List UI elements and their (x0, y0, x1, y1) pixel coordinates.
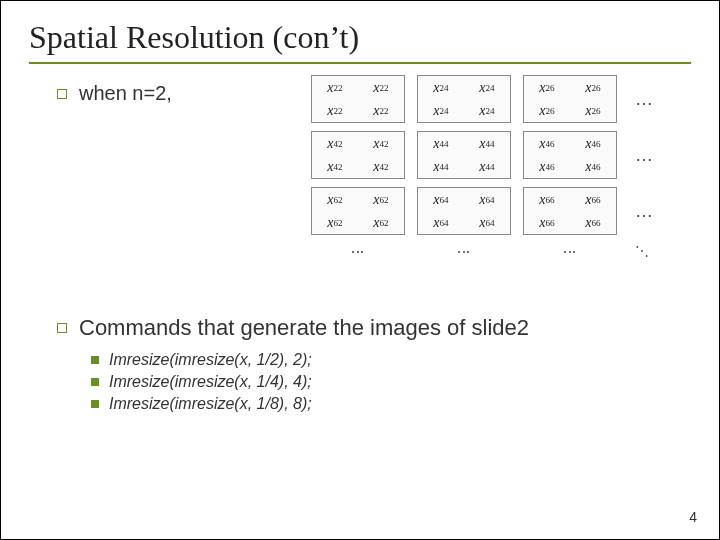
matrix-entry: x42 (358, 155, 404, 178)
square-bullet-solid-icon (91, 400, 99, 408)
matrix-entry: x62 (358, 211, 404, 234)
matrix-entry: x26 (570, 76, 616, 99)
bullet-when: when n=2, (57, 82, 172, 105)
matrix-entry: x22 (358, 76, 404, 99)
matrix-entry: x64 (464, 188, 510, 211)
matrix-entry: x66 (570, 211, 616, 234)
square-bullet-icon (57, 323, 67, 333)
command-text: Imresize(imresize(x, 1/8), 8); (109, 395, 312, 413)
matrix-entry: x26 (524, 76, 570, 99)
commands-heading: Commands that generate the images of sli… (57, 315, 691, 341)
vdots-icon: ⋮ (417, 243, 511, 261)
matrix-entry: x64 (418, 188, 464, 211)
ddots-icon: ⋱ (635, 243, 649, 261)
matrix-block: x46 x46 x46 x46 (523, 131, 617, 179)
matrix-entry: x44 (418, 155, 464, 178)
hdots-icon: … (635, 201, 655, 222)
matrix-block: x66 x66 x66 x66 (523, 187, 617, 235)
command-text: Imresize(imresize(x, 1/2), 2); (109, 351, 312, 369)
matrix-entry: x62 (358, 188, 404, 211)
matrix-entry: x64 (418, 211, 464, 234)
matrix-entry: x24 (464, 76, 510, 99)
square-bullet-icon (57, 89, 67, 99)
matrix-entry: x62 (312, 211, 358, 234)
matrix-entry: x22 (312, 99, 358, 122)
matrix-block: x64 x64 x64 x64 (417, 187, 511, 235)
command-line: Imresize(imresize(x, 1/4), 4); (91, 373, 691, 391)
matrix-block: x62 x62 x62 x62 (311, 187, 405, 235)
matrix-entry: x24 (418, 76, 464, 99)
matrix-entry: x24 (464, 99, 510, 122)
matrix-entry: x66 (570, 188, 616, 211)
command-line: Imresize(imresize(x, 1/8), 8); (91, 395, 691, 413)
command-line: Imresize(imresize(x, 1/2), 2); (91, 351, 691, 369)
matrix-row: x42 x42 x42 x42 x44 x44 x44 x44 x46 x46 … (311, 131, 701, 179)
matrix-entry: x66 (524, 188, 570, 211)
square-bullet-solid-icon (91, 378, 99, 386)
hdots-icon: … (635, 145, 655, 166)
matrix-block: x22 x22 x22 x22 (311, 75, 405, 123)
matrix-vdots-row: ⋮ ⋮ ⋮ ⋱ (311, 243, 701, 261)
matrix-entry: x42 (312, 155, 358, 178)
matrix-entry: x44 (464, 132, 510, 155)
matrix-row: x62 x62 x62 x62 x64 x64 x64 x64 x66 x66 … (311, 187, 701, 235)
matrix-block: x42 x42 x42 x42 (311, 131, 405, 179)
matrix-block: x44 x44 x44 x44 (417, 131, 511, 179)
commands-heading-text: Commands that generate the images of sli… (79, 315, 529, 341)
matrix-entry: x42 (312, 132, 358, 155)
matrix-diagram: x22 x22 x22 x22 x24 x24 x24 x24 x26 x26 … (311, 75, 701, 261)
page-number: 4 (689, 509, 697, 525)
matrix-entry: x24 (418, 99, 464, 122)
matrix-entry: x22 (358, 99, 404, 122)
matrix-entry: x46 (570, 155, 616, 178)
matrix-entry: x42 (358, 132, 404, 155)
slide: Spatial Resolution (con’t) when n=2, x22… (0, 0, 720, 540)
matrix-entry: x44 (464, 155, 510, 178)
matrix-entry: x46 (524, 155, 570, 178)
matrix-block: x26 x26 x26 x26 (523, 75, 617, 123)
hdots-icon: … (635, 89, 655, 110)
title-rule (29, 62, 691, 64)
page-title: Spatial Resolution (con’t) (29, 19, 691, 56)
matrix-entry: x26 (570, 99, 616, 122)
square-bullet-solid-icon (91, 356, 99, 364)
bullet-when-text: when n=2, (79, 82, 172, 105)
matrix-row: x22 x22 x22 x22 x24 x24 x24 x24 x26 x26 … (311, 75, 701, 123)
matrix-entry: x62 (312, 188, 358, 211)
matrix-entry: x44 (418, 132, 464, 155)
matrix-entry: x64 (464, 211, 510, 234)
matrix-entry: x46 (524, 132, 570, 155)
matrix-block: x24 x24 x24 x24 (417, 75, 511, 123)
vdots-icon: ⋮ (523, 243, 617, 261)
command-text: Imresize(imresize(x, 1/4), 4); (109, 373, 312, 391)
matrix-entry: x66 (524, 211, 570, 234)
commands-section: Commands that generate the images of sli… (29, 315, 691, 413)
vdots-icon: ⋮ (311, 243, 405, 261)
matrix-entry: x22 (312, 76, 358, 99)
matrix-entry: x46 (570, 132, 616, 155)
matrix-entry: x26 (524, 99, 570, 122)
